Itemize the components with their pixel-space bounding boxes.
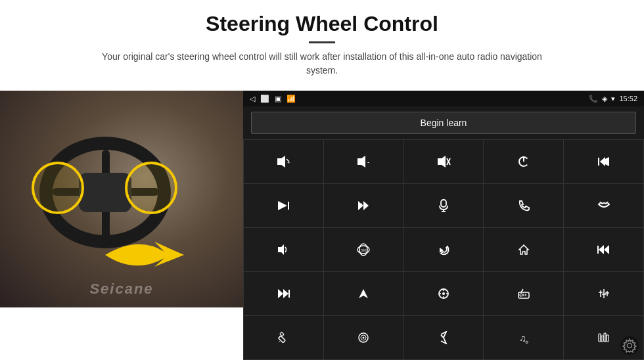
hang-up-button[interactable]: [564, 184, 643, 227]
content-area: Seicane ◁ ⬜ ▣ 📶 📞 ◈ ▾ 15:52: [0, 91, 644, 360]
svg-rect-63: [607, 335, 609, 342]
svg-line-57: [441, 335, 444, 338]
svg-text:360°: 360°: [361, 248, 367, 252]
settings-gear-button[interactable]: [620, 336, 639, 355]
seicane-watermark: Seicane: [89, 281, 153, 298]
status-bar-right: 📞 ◈ ▾ 15:52: [589, 95, 637, 103]
svg-marker-34: [359, 289, 368, 298]
back-button[interactable]: [404, 228, 484, 271]
svg-marker-14: [278, 201, 287, 210]
power-button[interactable]: [484, 140, 563, 183]
music-note-button[interactable]: ♫⚙: [484, 316, 563, 359]
status-bar: ◁ ⬜ ▣ 📶 📞 ◈ ▾ 15:52: [243, 91, 644, 106]
svg-marker-29: [604, 245, 609, 254]
svg-marker-6: [438, 156, 446, 168]
status-bar-left: ◁ ⬜ ▣ 📶: [250, 95, 296, 103]
wifi-icon: ▾: [611, 95, 615, 103]
window-nav-icon[interactable]: ▣: [275, 95, 281, 103]
header-section: Steering Wheel Control Your original car…: [0, 0, 644, 84]
page-wrapper: Steering Wheel Control Your original car…: [0, 0, 644, 360]
svg-rect-62: [604, 333, 606, 342]
rewind-button[interactable]: [564, 228, 643, 271]
time-display: 15:52: [619, 95, 637, 102]
source-button[interactable]: [404, 272, 484, 315]
location-icon: ◈: [602, 95, 607, 103]
bluetooth-button[interactable]: [404, 316, 484, 359]
svg-marker-31: [278, 289, 283, 298]
svg-marker-13: [600, 157, 605, 166]
svg-text:-: -: [367, 158, 369, 166]
phone-icon: 📞: [589, 95, 598, 103]
radio-button[interactable]: [484, 272, 563, 315]
svg-marker-32: [283, 289, 288, 298]
signal-icon: 📶: [287, 95, 296, 103]
begin-learn-button[interactable]: Begin learn: [251, 112, 636, 134]
disc-button[interactable]: [324, 316, 403, 359]
mic-button[interactable]: [404, 184, 484, 227]
next-track-button[interactable]: [244, 184, 323, 227]
subtitle: Your original car's steering wheel contr…: [92, 50, 552, 78]
svg-marker-17: [363, 201, 369, 210]
fwd-skip-button[interactable]: [324, 184, 403, 227]
svg-point-56: [363, 337, 365, 339]
svg-rect-19: [441, 200, 446, 207]
svg-marker-0: [277, 156, 285, 168]
svg-point-64: [628, 344, 632, 348]
fast-forward-button[interactable]: [244, 272, 323, 315]
yellow-arrow: [99, 229, 217, 281]
svg-rect-61: [601, 336, 603, 342]
title-divider: [309, 41, 335, 43]
yellow-circle-left: [32, 162, 84, 214]
yellow-circle-right: [125, 162, 177, 214]
svg-marker-28: [599, 245, 604, 254]
svg-text:⚙: ⚙: [525, 340, 528, 344]
settings-sliders-button[interactable]: [564, 272, 643, 315]
mute-button[interactable]: [404, 140, 484, 183]
vol-up-button[interactable]: +: [244, 140, 323, 183]
svg-marker-22: [278, 244, 284, 255]
car-photo: Seicane: [0, 91, 243, 307]
svg-marker-27: [519, 245, 528, 254]
svg-point-42: [520, 294, 522, 296]
back-nav-icon[interactable]: ◁: [250, 95, 255, 103]
svg-point-36: [442, 292, 445, 295]
svg-marker-16: [358, 201, 363, 210]
begin-learn-area: Begin learn: [243, 106, 644, 139]
svg-rect-60: [599, 334, 601, 342]
vol-down-button[interactable]: -: [324, 140, 403, 183]
page-title: Steering Wheel Control: [39, 12, 605, 36]
android-wrapper: ◁ ⬜ ▣ 📶 📞 ◈ ▾ 15:52 Begin learn: [243, 91, 644, 360]
prev-skip-button[interactable]: [564, 140, 643, 183]
android-screen: ◁ ⬜ ▣ 📶 📞 ◈ ▾ 15:52 Begin learn: [243, 91, 644, 360]
home-button[interactable]: [484, 228, 563, 271]
sound-button[interactable]: [244, 228, 323, 271]
360-view-button[interactable]: 360°: [324, 228, 403, 271]
phone-call-button[interactable]: [484, 184, 563, 227]
icon-grid: + -: [243, 139, 644, 360]
home-nav-icon[interactable]: ⬜: [260, 95, 269, 103]
sw-center: [79, 173, 131, 212]
navigate-button[interactable]: [324, 272, 403, 315]
svg-text:+: +: [287, 160, 290, 166]
pen-button[interactable]: [244, 316, 323, 359]
svg-marker-4: [357, 156, 365, 168]
